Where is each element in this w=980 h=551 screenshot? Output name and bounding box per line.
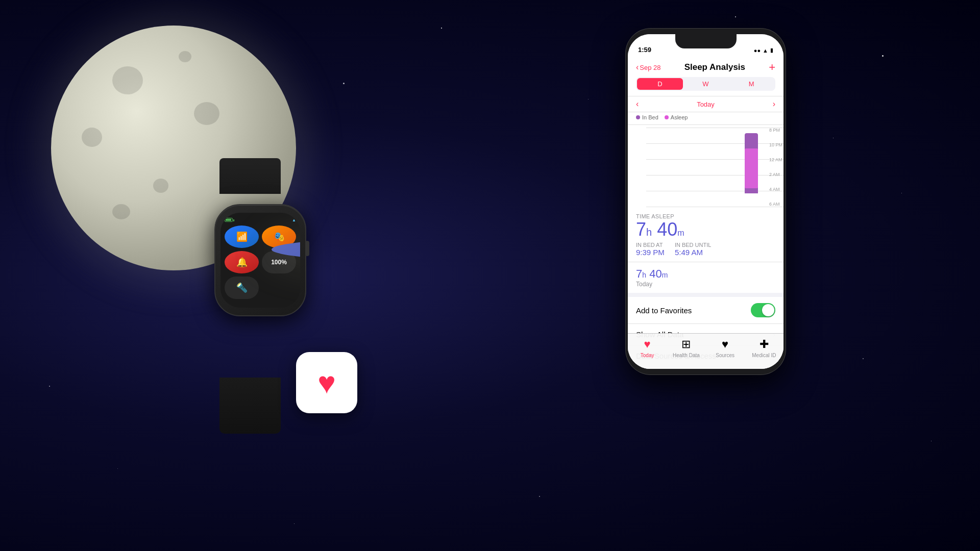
tab-day[interactable]: D [637,78,683,90]
minutes-unit: m [677,229,684,237]
inbed-label: In Bed [642,114,658,120]
back-label: Sep 28 [640,64,660,71]
summary-minutes: 40 [649,267,662,280]
stats-section: TIME ASLEEP 7h 40m IN BED AT 9:39 PM IN … [628,209,783,262]
favorites-toggle[interactable] [751,303,775,317]
apple-watch: ▲ 📶 🎭 🌙 🔔 100% 🔦 [204,189,316,383]
summary-m-unit: m [662,271,668,279]
sleep-bar-container [745,129,758,205]
medical-id-tab-label: Medical ID [752,353,776,358]
time-label-8pm: 8 PM [769,128,782,133]
sleep-duration-value: 7h 40m [636,220,775,239]
health-app-icon: ♥ [296,352,357,413]
phone-notch [675,34,737,48]
favorites-toggle-container [751,303,775,317]
period-tabs: D W M [636,77,775,91]
sources-tab-icon: ♥ [722,338,728,351]
watch-location-icon: ▲ [292,218,296,222]
watch-silent-mode-button: 🔔 [225,251,259,273]
legend: In Bed Asleep [628,112,783,125]
watch-battery-indicator [225,218,233,222]
status-time: 1:59 [638,46,651,54]
health-data-tab-icon: ⊞ [681,338,691,351]
time-label-6am: 6 AM [769,202,782,207]
in-bed-until-value: 5:49 AM [675,248,712,257]
wifi-icon: ▲ [763,47,768,54]
in-bed-at-value: 9:39 PM [636,248,665,257]
date-navigation: ‹ Today › [628,96,783,112]
watch-wifi-button: 📶 [225,226,259,248]
watch-crown [305,241,309,256]
watch-band-bottom [219,378,281,434]
summary-h-unit: h [642,271,646,279]
time-label-2am: 2 AM [769,172,782,177]
bed-times-row: IN BED AT 9:39 PM IN BED UNTIL 5:49 AM [636,242,775,257]
watch-app-grid: 📶 🎭 🌙 🔔 100% 🔦 [225,226,296,299]
today-tab-icon: ♥ [644,338,651,351]
tab-week[interactable]: W [683,78,729,90]
asleep-label: Asleep [671,114,688,120]
phone-screen: 1:59 ●● ▲ ▮ ‹ Sep 28 Sleep [628,34,783,369]
watch-flashlight-button: 🔦 [225,277,259,299]
in-bed-until-label: IN BED UNTIL [675,242,712,248]
heart-icon: ♥ [317,365,336,400]
tab-sources[interactable]: ♥ Sources [706,338,745,358]
iphone: 1:59 ●● ▲ ▮ ‹ Sep 28 Sleep [625,28,786,375]
chart-grid [646,128,783,207]
asleep-bar [745,148,758,188]
back-chevron-icon: ‹ [636,63,639,72]
time-label-10pm: 10 PM [769,142,782,147]
signal-icon: ●● [754,47,761,54]
asleep-color-dot [665,115,669,119]
summary-date-label: Today [636,281,775,288]
summary-row: 7h 40m Today [628,262,783,297]
time-label-12am: 12 AM [769,157,782,162]
sleep-hours: 7 [636,219,646,240]
watch-band-top [219,158,281,194]
add-to-favorites-label: Add to Favorites [636,306,692,315]
in-bed-at-label: IN BED AT [636,242,665,248]
sleep-minutes: 40 [657,219,677,240]
hours-unit: h [646,227,652,238]
current-date: Today [697,101,715,108]
legend-inbed: In Bed [636,114,658,120]
page-title: Sleep Analysis [684,62,745,72]
summary-value: 7h 40m [636,267,775,281]
back-button[interactable]: ‹ Sep 28 [636,63,661,72]
battery-icon: ▮ [770,47,773,54]
prev-date-button[interactable]: ‹ [636,99,639,109]
today-tab-label: Today [641,353,654,358]
in-bed-until: IN BED UNTIL 5:49 AM [675,242,712,257]
add-to-favorites-row[interactable]: Add to Favorites [628,297,783,324]
watch-screen: ▲ 📶 🎭 🌙 🔔 100% 🔦 [220,213,300,308]
add-button[interactable]: + [769,61,775,74]
tab-today[interactable]: ♥ Today [628,338,667,358]
health-nav: ‹ Sep 28 Sleep Analysis + [636,61,775,74]
inbed-color-dot [636,115,640,119]
status-icons: ●● ▲ ▮ [754,47,773,54]
tab-health-data[interactable]: ⊞ Health Data [667,338,705,358]
health-header: ‹ Sep 28 Sleep Analysis + D W M [628,57,783,96]
phone-body: 1:59 ●● ▲ ▮ ‹ Sep 28 Sleep [625,28,786,375]
health-data-tab-label: Health Data [673,353,700,358]
sleep-chart: 8 PM 10 PM 12 AM 2 AM 4 AM 6 AM [628,125,783,209]
in-bed-at: IN BED AT 9:39 PM [636,242,665,257]
tab-month[interactable]: M [728,78,774,90]
health-app-content: ‹ Sep 28 Sleep Analysis + D W M [628,57,783,369]
summary-hours: 7 [636,267,642,280]
sources-tab-label: Sources [716,353,734,358]
tab-bar: ♥ Today ⊞ Health Data ♥ Sources ✚ Medica… [628,333,783,369]
tab-medical-id[interactable]: ✚ Medical ID [745,338,783,358]
watch-body: ▲ 📶 🎭 🌙 🔔 100% 🔦 [214,204,306,316]
legend-asleep: Asleep [665,114,688,120]
time-label-4am: 4 AM [769,187,782,192]
background [0,0,980,551]
next-date-button[interactable]: › [773,99,775,109]
medical-id-tab-icon: ✚ [760,338,769,351]
